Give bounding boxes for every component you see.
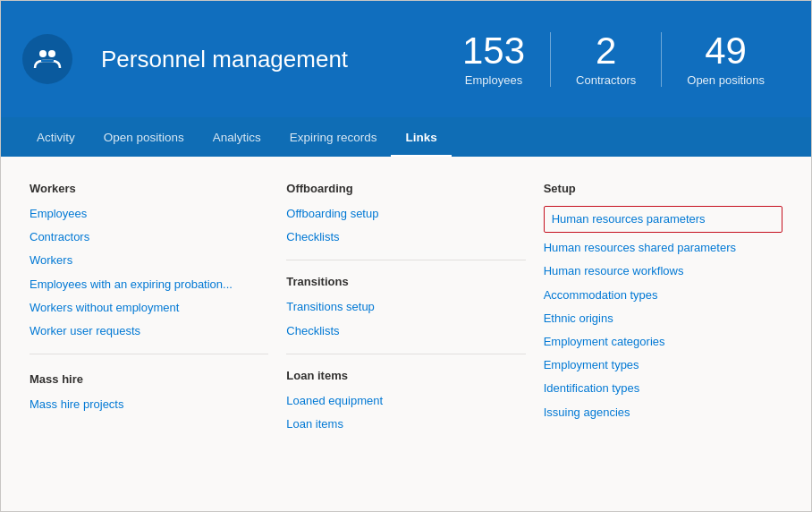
contractors-label: Contractors: [576, 73, 636, 87]
contractors-count: 2: [596, 32, 616, 70]
link-transitions-setup[interactable]: Transitions setup: [286, 299, 525, 315]
link-mass-hire-projects[interactable]: Mass hire projects: [30, 397, 268, 413]
header: Personnel management 153 Employees 2 Con…: [1, 1, 811, 117]
transitions-section-title: Transitions: [286, 275, 525, 288]
link-offboarding-setup[interactable]: Offboarding setup: [286, 206, 525, 222]
loan-items-section-title: Loan items: [286, 369, 525, 382]
stat-employees[interactable]: 153 Employees: [437, 32, 551, 87]
link-offboarding-checklists[interactable]: Checklists: [286, 229, 525, 245]
app-title: Personnel management: [101, 46, 409, 73]
workers-divider: [30, 354, 268, 354]
link-worker-user-requests[interactable]: Worker user requests: [30, 323, 268, 339]
svg-point-0: [39, 50, 47, 57]
link-hr-workflows[interactable]: Human resource workflows: [544, 263, 782, 279]
nav-expiring-records[interactable]: Expiring records: [275, 117, 392, 157]
svg-rect-2: [41, 60, 54, 62]
navbar: Activity Open positions Analytics Expiri…: [1, 117, 811, 157]
offboarding-column: Offboarding Offboarding setup Checklists…: [286, 182, 543, 486]
offboarding-divider-1: [286, 260, 525, 260]
stat-contractors[interactable]: 2 Contractors: [551, 32, 662, 87]
link-workers[interactable]: Workers: [30, 252, 268, 269]
stats-container: 153 Employees 2 Contractors 49 Open posi…: [437, 32, 790, 87]
offboarding-divider-2: [286, 354, 525, 354]
link-loan-items[interactable]: Loan items: [286, 416, 525, 432]
link-ethnic-origins[interactable]: Ethnic origins: [544, 311, 782, 327]
employees-count: 153: [462, 32, 525, 70]
link-workers-without-employment[interactable]: Workers without employment: [30, 300, 268, 316]
link-employees-expiring[interactable]: Employees with an expiring probation...: [30, 277, 268, 293]
nav-analytics[interactable]: Analytics: [199, 117, 275, 157]
nav-open-positions[interactable]: Open positions: [89, 117, 199, 157]
link-hr-shared-parameters[interactable]: Human resources shared parameters: [544, 240, 782, 256]
link-transitions-checklists[interactable]: Checklists: [286, 323, 525, 339]
nav-activity[interactable]: Activity: [22, 117, 89, 157]
link-issuing-agencies[interactable]: Issuing agencies: [544, 405, 782, 421]
link-employment-types[interactable]: Employment types: [544, 357, 782, 373]
mass-hire-section-title: Mass hire: [30, 372, 268, 386]
app-icon: [22, 34, 72, 84]
link-accommodation-types[interactable]: Accommodation types: [544, 287, 782, 303]
workers-section-title: Workers: [30, 182, 268, 195]
link-employees[interactable]: Employees: [30, 206, 268, 222]
open-positions-label: Open positions: [687, 73, 765, 87]
links-content: Workers Employees Contractors Workers Em…: [1, 157, 811, 511]
link-identification-types[interactable]: Identification types: [544, 380, 782, 397]
link-hr-parameters[interactable]: Human resources parameters: [544, 206, 782, 233]
stat-open-positions[interactable]: 49 Open positions: [662, 32, 790, 87]
link-loaned-equipment[interactable]: Loaned equipment: [286, 393, 525, 409]
link-employment-categories[interactable]: Employment categories: [544, 334, 782, 350]
open-positions-count: 49: [705, 32, 747, 70]
workers-column: Workers Employees Contractors Workers Em…: [30, 182, 286, 486]
link-contractors[interactable]: Contractors: [30, 229, 268, 245]
employees-label: Employees: [465, 73, 522, 87]
svg-point-1: [48, 50, 55, 57]
nav-links[interactable]: Links: [391, 117, 451, 157]
setup-section-title: Setup: [544, 182, 782, 195]
offboarding-section-title: Offboarding: [286, 182, 525, 195]
setup-column: Setup Human resources parameters Human r…: [544, 182, 782, 486]
